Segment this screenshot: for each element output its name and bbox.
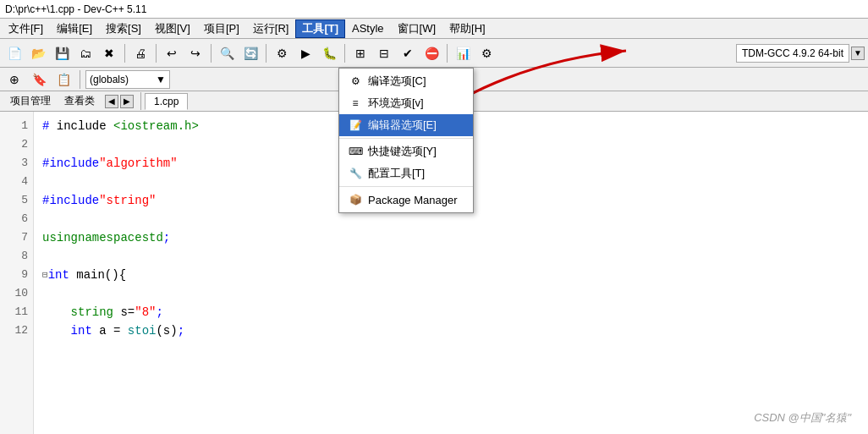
- shortcut-options-icon: ⌨: [348, 144, 363, 159]
- tb2-btn2[interactable]: 🔖: [28, 69, 50, 91]
- globals-dropdown[interactable]: (globals) ▼: [85, 70, 170, 89]
- find-button[interactable]: 🔍: [216, 42, 238, 64]
- undo-button[interactable]: ↩: [161, 42, 183, 64]
- code-line-8: [42, 247, 860, 266]
- code-line-9: ⊟ int main(){: [42, 266, 860, 284]
- stop-button[interactable]: ⛔: [420, 42, 442, 64]
- menu-file[interactable]: 文件[F]: [2, 19, 50, 38]
- menu-run[interactable]: 运行[R]: [246, 19, 296, 38]
- dd-compile-options[interactable]: ⚙ 编译选项[C]: [339, 70, 473, 92]
- menu-search[interactable]: 搜索[S]: [99, 19, 148, 38]
- menu-edit[interactable]: 编辑[E]: [50, 19, 99, 38]
- toolbar-sep3: [211, 44, 212, 63]
- run-button[interactable]: ▶: [294, 42, 316, 64]
- compiler-dropdown[interactable]: ▼: [851, 47, 865, 60]
- settings-button[interactable]: ⚙: [475, 42, 497, 64]
- tb2-btn1[interactable]: ⊕: [3, 69, 25, 91]
- chart-button[interactable]: 📊: [452, 42, 474, 64]
- nav-next[interactable]: ▶: [120, 95, 134, 108]
- env-options-icon: ≡: [348, 96, 363, 111]
- title-bar: D:\pr\c++\1.cpp - Dev-C++ 5.11: [0, 0, 868, 19]
- new-file-button[interactable]: 📄: [3, 42, 25, 64]
- toolbar-sep2: [156, 44, 157, 63]
- editor-options-icon: 📝: [348, 118, 363, 133]
- save-all-button[interactable]: 🗂: [74, 42, 96, 64]
- dd-package-manager[interactable]: 📦 Package Manager: [339, 189, 473, 211]
- toolbar-sep6: [447, 44, 448, 63]
- compiler-label: TDM-GCC 4.9.2 64-bit: [736, 44, 849, 63]
- menu-bar: 文件[F] 编辑[E] 搜索[S] 视图[V] 项目[P] 运行[R] 工具[T…: [0, 19, 868, 39]
- package-manager-icon: 📦: [348, 192, 363, 207]
- compile-options-icon: ⚙: [348, 74, 363, 89]
- file-tab[interactable]: 1.cpp: [145, 93, 188, 110]
- menu-window[interactable]: 窗口[W]: [391, 19, 443, 38]
- toolbar: 📄 📂 💾 🗂 ✖ 🖨 ↩ ↪ 🔍 🔄 ⚙ ▶ 🐛 ⊞ ⊟ ✔ ⛔ 📊 ⚙ TD…: [0, 39, 868, 68]
- toolbar-sep4: [266, 44, 266, 63]
- config-tools-icon: 🔧: [348, 166, 363, 181]
- menu-help[interactable]: 帮助[H]: [442, 19, 492, 38]
- tb2-btn3[interactable]: 📋: [52, 69, 74, 91]
- redo-button[interactable]: ↪: [184, 42, 206, 64]
- code-line-11: string s="8";: [42, 303, 860, 321]
- open-file-button[interactable]: 📂: [27, 42, 49, 64]
- sidebar-nav: ◀ ▶: [102, 95, 137, 108]
- dd-env-options[interactable]: ≡ 环境选项[v]: [339, 92, 473, 114]
- menu-project[interactable]: 项目[P]: [197, 19, 246, 38]
- toolbar-sep1: [124, 44, 125, 63]
- nav-prev[interactable]: ◀: [105, 95, 118, 108]
- tools-dropdown: ⚙ 编译选项[C] ≡ 环境选项[v] 📝 编辑器选项[E] ⌨ 快捷键选项[Y…: [338, 68, 474, 213]
- check-button[interactable]: ✔: [397, 42, 419, 64]
- code-line-10: [42, 284, 860, 303]
- dedent-button[interactable]: ⊟: [373, 42, 395, 64]
- title-text: D:\pr\c++\1.cpp - Dev-C++ 5.11: [5, 3, 146, 15]
- dd-sep2: [339, 186, 473, 187]
- dd-shortcut-options[interactable]: ⌨ 快捷键选项[Y]: [339, 140, 473, 162]
- sidebar-tab-class[interactable]: 查看类: [58, 92, 102, 110]
- toolbar-sep5: [344, 44, 345, 63]
- dd-config-tools[interactable]: 🔧 配置工具[T]: [339, 162, 473, 184]
- code-line-12: int a = stoi(s);: [42, 321, 860, 340]
- toolbar2-sep1: [80, 70, 80, 89]
- line-numbers: 1 2 3 4 5 6 7 8 9 10 11 12: [0, 112, 34, 434]
- sidebar-tabs: 项目管理 查看类 ◀ ▶: [0, 92, 141, 110]
- indent-button[interactable]: ⊞: [349, 42, 371, 64]
- menu-astyle[interactable]: AStyle: [345, 20, 391, 36]
- print-button[interactable]: 🖨: [129, 42, 151, 64]
- sidebar-tab-project[interactable]: 项目管理: [3, 92, 58, 110]
- replace-button[interactable]: 🔄: [239, 42, 261, 64]
- dd-sep1: [339, 138, 473, 139]
- code-line-7: using namespace std;: [42, 228, 860, 247]
- toolbar-right: TDM-GCC 4.9.2 64-bit ▼: [736, 44, 865, 63]
- compile-button[interactable]: ⚙: [271, 42, 293, 64]
- close-button[interactable]: ✖: [98, 42, 120, 64]
- debug-button[interactable]: 🐛: [318, 42, 340, 64]
- menu-tools[interactable]: 工具[T]: [295, 19, 345, 38]
- save-file-button[interactable]: 💾: [51, 42, 73, 64]
- dd-editor-options[interactable]: 📝 编辑器选项[E]: [339, 114, 473, 136]
- menu-view[interactable]: 视图[V]: [148, 19, 197, 38]
- watermark: CSDN @中国"名猿": [754, 410, 851, 426]
